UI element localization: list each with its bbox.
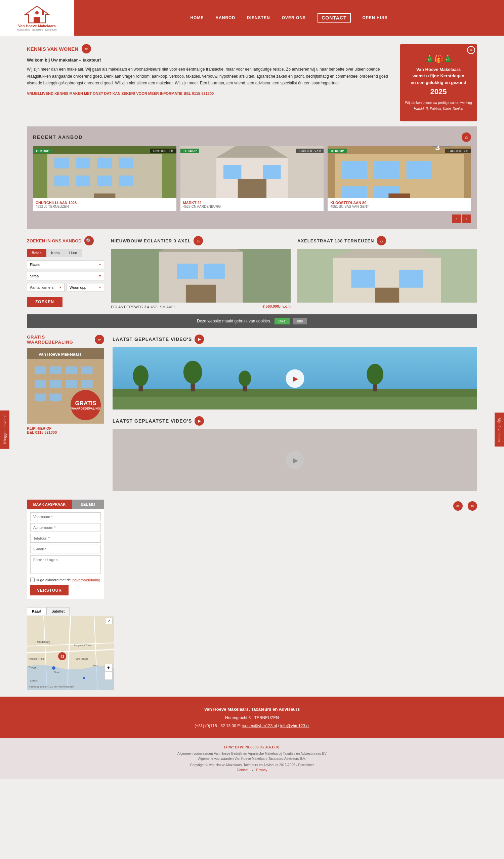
svg-rect-26 (374, 161, 399, 179)
sidebar-right[interactable]: Mijn favorieten (494, 412, 504, 447)
nav-open-huis[interactable]: OPEN HUIS (363, 15, 388, 20)
axelestraat-img (297, 249, 477, 303)
axelestraat-home-icon[interactable]: ⌂ (377, 236, 386, 245)
video-thumb2[interactable]: ▶ (112, 429, 477, 491)
straal-select[interactable]: Straal (27, 272, 104, 281)
svg-rect-52 (35, 380, 46, 388)
nieuwbouw-price: € 560.000,- v.o.n (262, 304, 291, 308)
nav-home[interactable]: HOME (190, 15, 204, 20)
sidebar-left[interactable]: Inloggen move.nl (0, 410, 10, 449)
footer-privacy-link[interactable]: Privacy (256, 768, 268, 772)
footer-email1[interactable]: wonen@vhm123.nl (242, 724, 277, 728)
svg-text:Gent: Gent (54, 671, 60, 674)
type-koop[interactable]: Koop (46, 249, 64, 257)
woon-select[interactable]: Woon opp (66, 283, 104, 292)
plaats-select[interactable]: Plaats (27, 260, 104, 269)
svg-point-3 (35, 11, 39, 14)
svg-text:3: 3 (435, 146, 440, 152)
voornaam-input[interactable] (30, 512, 101, 521)
footer-contact-link[interactable]: Contact (237, 768, 248, 772)
svg-rect-25 (342, 161, 367, 179)
nav-aanbod[interactable]: AANBOD (215, 15, 235, 20)
maak-afspraak-tab[interactable]: MAAK AFSPRAAK (27, 500, 72, 509)
nieuwbouw-title: NIEUWBOUW EGLANTIER 3 AXEL (111, 238, 191, 243)
inloggen-tab[interactable]: Inloggen move.nl (0, 410, 10, 449)
type-huur[interactable]: Huur (64, 249, 82, 257)
kamers-select[interactable]: Aantal kamers (27, 283, 64, 292)
prop2-badge: TE KOOP (180, 149, 200, 153)
svg-rect-19 (238, 179, 266, 198)
map-zoom-out[interactable]: − (105, 672, 112, 680)
bel-mij-tab[interactable]: BEL MIJ (72, 500, 104, 509)
kennis-edit-icon[interactable]: ✏ (82, 44, 91, 54)
svg-text:Kortrijk: Kortrijk (30, 679, 37, 682)
prop3-price: € 345.000,- k.k. (445, 149, 471, 153)
privacy-text: Ik ga akkoord met de (36, 578, 71, 582)
axelestraat-section: AXELESTRAAT 138 TERNEUZEN ⌂ (297, 236, 477, 311)
xmas-sign: Harold, R, Patricia, Karin, Denise (414, 107, 463, 110)
logo-box: Van Hoeve Makelaars makelaars · taxateur… (0, 0, 74, 36)
xmas-sub: Wij danken u voor uw prettige samenwerki… (405, 101, 472, 105)
type-beide[interactable]: Beide (27, 249, 46, 257)
svg-rect-55 (81, 380, 93, 388)
map-fullscreen-btn[interactable]: ⤢ (105, 618, 112, 624)
telefoon-input[interactable] (30, 534, 101, 543)
email-input[interactable] (30, 545, 101, 553)
next-arrow[interactable]: › (462, 214, 471, 223)
xmas-line1: Van Hoeve Makelaars (416, 66, 461, 73)
afspraak-section: MAAK AFSPRAAK BEL MIJ Ik ga akkoord met … (27, 500, 104, 599)
christmas-edit-icon[interactable]: ✏ (467, 46, 475, 54)
svg-rect-37 (204, 264, 225, 279)
waarde-cta: KLIK HIER OF BEL 0115 621300 (27, 426, 104, 434)
svg-rect-45 (375, 288, 399, 303)
nav-over-ons[interactable]: OVER ONS (282, 15, 306, 20)
contact-icon-1[interactable]: ✏ (453, 501, 463, 511)
waarde-title: GRATIS WAARDEBEPALING (27, 334, 92, 345)
svg-text:Middelburg: Middelburg (37, 641, 50, 644)
opmerkingen-input[interactable] (30, 555, 101, 574)
property-2[interactable]: TE KOOP € 349.000,- v.o.n MARKT 22 4527 … (180, 146, 324, 211)
play-icon2: ▶ (286, 451, 304, 469)
prop3-img: 3 (327, 146, 471, 198)
nieuwbouw-home-icon[interactable]: ⌂ (194, 236, 203, 245)
property-1[interactable]: TE KOOP € 295.000,- k.k. CHURCHILLLAAN 1… (33, 146, 177, 211)
cookie-ok-button[interactable]: Oke (275, 318, 290, 325)
videos-title2: LAATST GEPLAATSTE VIDEO'S (112, 418, 192, 424)
achternaam-input[interactable] (30, 523, 101, 532)
kennis-title: KENNIS VAN WONEN (27, 46, 78, 52)
svg-rect-7 (76, 158, 90, 168)
footer-street: Herengracht 3 - TERNEUZEN (9, 714, 495, 722)
cookie-text: Deze website maakt gebruik van cookies. (197, 319, 271, 323)
afspraak-section-wrapper: MAAK AFSPRAAK BEL MIJ Ik ga akkoord met … (27, 500, 477, 599)
contact-icon-2[interactable]: ✏ (468, 501, 477, 511)
svg-rect-49 (50, 366, 62, 374)
privacy-checkbox[interactable] (30, 577, 35, 582)
property-3[interactable]: 3 TE KOOP € 345.000,- k.k. KLOOSTERLAAN … (327, 146, 471, 211)
map-tab-satelliet[interactable]: Satelliet (46, 607, 70, 615)
privacy-link[interactable]: privacyverklaring (73, 578, 101, 582)
prev-arrow[interactable]: ‹ (452, 214, 461, 223)
middle-section: ZOEKEN IN ONS AANBOD 🔍 Beide Koop Huur P… (27, 236, 477, 311)
youtube-icon1[interactable]: ▶ (195, 334, 204, 344)
svg-rect-30 (389, 194, 410, 198)
favorieten-tab[interactable]: Mijn favorieten (494, 412, 504, 447)
map-zoom-in[interactable]: + (105, 664, 112, 672)
recent-home-icon[interactable]: ⌂ (462, 133, 471, 142)
map-section: Kaart Satelliet (27, 607, 477, 690)
header: Van Hoeve Makelaars makelaars · taxateur… (0, 0, 504, 36)
map-tab-kaart[interactable]: Kaart (27, 607, 46, 615)
prop1-badge: TE KOOP (33, 149, 52, 153)
cookie-info-button[interactable]: Info (293, 318, 307, 325)
video-thumb1[interactable]: YouTube ▶ (112, 347, 477, 409)
svg-text:43: 43 (60, 655, 64, 659)
zoeken-search-icon[interactable]: 🔍 (84, 236, 94, 245)
zoeken-button[interactable]: ZOEKEN (27, 297, 62, 307)
svg-rect-44 (399, 270, 423, 288)
verstuur-button[interactable]: VERSTUUR (30, 585, 68, 596)
nav-contact[interactable]: CONTACT (318, 13, 350, 22)
footer-email2[interactable]: info@vhm123.nl (280, 724, 309, 728)
waarde-edit-icon[interactable]: ✏ (95, 335, 104, 344)
xmas-line2: wenst u fijne Kerstdagen (413, 73, 464, 79)
youtube-icon2[interactable]: ▶ (195, 416, 204, 426)
nav-diensten[interactable]: DIENSTEN (247, 15, 270, 20)
